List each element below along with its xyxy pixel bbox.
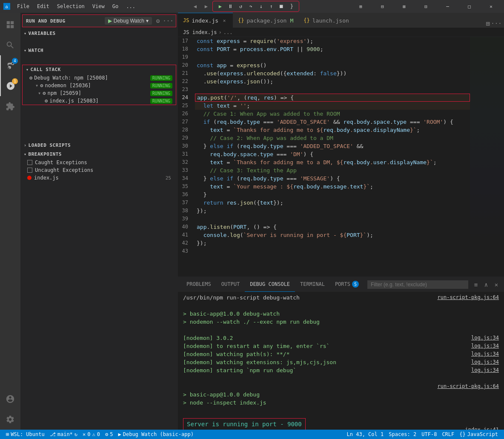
variables-header[interactable]: ▾ VARIABLES — [20, 29, 178, 38]
menu-edit[interactable]: Edit — [34, 3, 53, 10]
activity-debug[interactable]: 1 — [0, 76, 20, 96]
breakpoint-uncaught[interactable]: Uncaught Exceptions — [20, 166, 178, 174]
menu-more[interactable]: ... — [123, 3, 139, 10]
panel-tab-output[interactable]: OUTPUT — [216, 277, 245, 292]
close-tab-indexjs[interactable]: ✕ — [221, 17, 228, 24]
debug-restart-btn[interactable]: ↺ — [236, 2, 245, 11]
panel-tab-ports[interactable]: PORTS 5 — [330, 277, 364, 292]
link-run-script-1[interactable]: run-script-pkg.js:64 — [438, 294, 499, 302]
ln-30: 30 — [178, 142, 192, 150]
debug-step-into-btn[interactable]: ↓ — [256, 2, 266, 11]
nav-forward-btn[interactable]: ▶ — [201, 2, 211, 11]
panel-clear-btn[interactable]: ≡ — [472, 280, 480, 289]
code-content[interactable]: const express = require('express'); cons… — [195, 37, 470, 277]
link-log4[interactable]: log.js:34 — [471, 358, 499, 366]
status-wsl[interactable]: ⊞ WSL: Ubuntu — [3, 430, 47, 439]
status-spaces[interactable]: Spaces: 2 — [386, 430, 419, 439]
title-bar: ⌂ File Edit Selection View Go ... ◀ ▶ ▶ … — [0, 0, 504, 13]
tab-more-btn[interactable]: ··· — [492, 19, 501, 28]
activity-extensions[interactable] — [0, 96, 20, 117]
panel-close-btn[interactable]: ✕ — [492, 280, 501, 289]
panel-filter-input[interactable] — [367, 280, 468, 289]
status-debug-name[interactable]: ▶ Debug Watch (basic-app) — [115, 430, 196, 439]
link-log2[interactable]: log.js:34 — [471, 342, 499, 350]
layout-btn[interactable]: ⊞ — [351, 0, 370, 13]
panel-collapse-btn[interactable]: ∧ — [482, 280, 490, 289]
code-line-31: req.body.space.type === 'DM') { — [195, 150, 470, 158]
tab-packagejson[interactable]: {} package.json M — [233, 13, 298, 28]
maximize-btn[interactable]: □ — [460, 0, 479, 13]
editor-area: JS index.js ✕ {} package.json M {} launc… — [178, 13, 504, 430]
tab-launchjson[interactable]: {} launch.json — [298, 13, 354, 28]
status-line-ending[interactable]: CRLF — [439, 430, 457, 439]
breadcrumb-path[interactable]: ... — [223, 29, 233, 35]
debug-stop-btn[interactable]: ⏹ — [277, 2, 286, 11]
minimize-btn[interactable]: ─ — [438, 0, 457, 13]
loaded-scripts-header[interactable]: › LOADED SCRIPTS — [20, 141, 178, 150]
debug-pause-btn[interactable]: ⏸ — [226, 2, 235, 11]
caught-checkbox[interactable] — [27, 160, 32, 165]
run-and-debug-label: RUN AND DEBUG — [26, 18, 66, 24]
debug-step-out-btn[interactable]: ↑ — [266, 2, 276, 11]
layout2-btn[interactable]: ⊡ — [416, 0, 435, 13]
activity-source-control[interactable]: 4 — [0, 55, 20, 76]
menu-selection[interactable]: Selection — [54, 3, 88, 10]
breakpoint-indexjs[interactable]: index.js 25 — [20, 174, 178, 182]
gear-icon-1: ⚙ — [40, 83, 43, 88]
console-line-nodemon3: [nodemon] watching path(s): **/* log.js:… — [183, 350, 499, 358]
menu-go[interactable]: Go — [109, 3, 122, 10]
activity-search[interactable] — [0, 35, 20, 55]
activity-accounts[interactable] — [0, 389, 20, 409]
status-encoding[interactable]: UTF-8 — [419, 430, 439, 439]
status-debug[interactable]: ⚙ 5 — [103, 430, 115, 439]
watch-header[interactable]: ▾ WATCH — [20, 46, 178, 55]
settings-btn[interactable]: ⚙ — [154, 17, 162, 25]
panel-tab-terminal[interactable]: TERMINAL — [295, 277, 330, 292]
nav-back-btn[interactable]: ◀ — [190, 2, 200, 11]
link-run-script-2[interactable]: run-script-pkg.js:64 — [438, 382, 499, 391]
callstack-item-0[interactable]: ⚙ Debug Watch: npm [25008] RUNNING — [23, 74, 176, 82]
panel-btn[interactable]: ⊠ — [395, 0, 414, 13]
uncaught-checkbox[interactable] — [27, 168, 32, 173]
code-line-26: // Case 1: When App was added to the ROO… — [195, 110, 470, 118]
debug-extra-btn[interactable]: } — [287, 2, 296, 11]
debug-continue-btn[interactable]: ▶ — [215, 2, 225, 11]
ln-33: 33 — [178, 166, 192, 174]
breakpoints-header[interactable]: ▾ BREAKPOINTS — [20, 150, 178, 159]
link-log5[interactable]: log.js:34 — [471, 366, 499, 374]
ln-37: 37 — [178, 199, 192, 207]
debug-step-over-btn[interactable]: ↷ — [246, 2, 255, 11]
breadcrumb-file[interactable]: JS index.js — [183, 29, 217, 35]
link-log3[interactable]: log.js:34 — [471, 350, 499, 358]
status-language[interactable]: {} JavaScript — [457, 430, 501, 439]
activity-explorer[interactable] — [0, 14, 20, 35]
close-btn[interactable]: ✕ — [481, 0, 501, 13]
link-log1[interactable]: log.js:34 — [471, 334, 499, 342]
tab-indexjs[interactable]: JS index.js ✕ — [178, 13, 233, 28]
status-errors[interactable]: ✕ 0 ⚠ 0 — [80, 430, 103, 439]
sidebar-scroll: ▾ VARIABLES ▾ WATCH ▾ CALL STACK — [20, 29, 178, 430]
activity-settings[interactable] — [0, 409, 20, 430]
callstack-item-2[interactable]: ▾ ⚙ npm [25059] RUNNING — [23, 89, 176, 97]
menu-view[interactable]: View — [89, 3, 108, 10]
panel-tab-problems[interactable]: PROBLEMS — [181, 277, 216, 292]
breakpoint-caught[interactable]: Caught Exceptions — [20, 159, 178, 166]
callstack-header[interactable]: ▾ CALL STACK — [23, 65, 176, 74]
callstack-item-1[interactable]: ▾ ⚙ nodemon [25036] RUNNING — [23, 82, 176, 89]
status-position[interactable]: Ln 43, Col 1 — [344, 430, 387, 439]
status-branch[interactable]: ⎇ main* ↻ — [47, 430, 80, 439]
callstack-item-3[interactable]: ⚙ index.js [25083] RUNNING — [23, 97, 176, 105]
menu-file[interactable]: File — [14, 3, 33, 10]
code-line-39 — [195, 215, 470, 223]
code-line-18: const PORT = process.env.PORT || 9000; — [195, 45, 470, 53]
running-badge-3: RUNNING — [150, 98, 172, 104]
code-line-22: .use(express.json()); — [195, 77, 470, 86]
code-line-17: const express = require('express'); — [195, 37, 470, 45]
debug-watch-button[interactable]: ▶ Debug Watch ▾ — [105, 17, 152, 25]
variables-chevron: ▾ — [24, 31, 27, 36]
code-editor: 17 18 19 20 21 22 23 24 25 26 27 28 29 3… — [178, 37, 504, 277]
more-btn[interactable]: ··· — [164, 17, 172, 25]
split-btn[interactable]: ⊟ — [373, 0, 392, 13]
link-indexjs-41[interactable]: index.js:41 — [465, 426, 499, 430]
panel-tab-debug-console[interactable]: DEBUG CONSOLE — [245, 277, 295, 292]
